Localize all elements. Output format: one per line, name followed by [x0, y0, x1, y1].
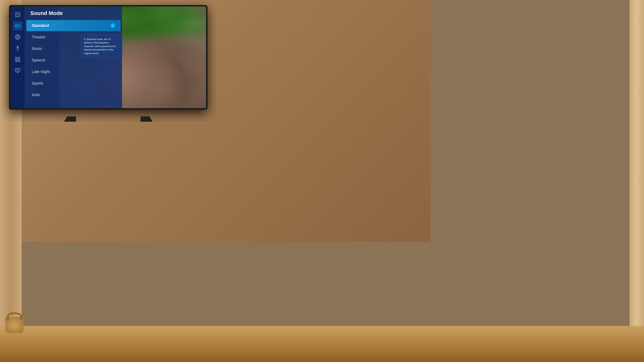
- check-icon: [110, 23, 115, 28]
- svg-rect-11: [18, 59, 20, 60]
- menu-item-sports-label: Sports: [32, 81, 43, 86]
- menu-item-speech-label: Speech: [32, 58, 45, 62]
- tv-frame: Sound Mode Standard Theatre: [9, 5, 208, 110]
- tooltip-text: In Standard mode, the TV delivers a flat…: [84, 38, 116, 55]
- tv-legs: [63, 116, 154, 122]
- svg-rect-14: [15, 68, 20, 72]
- menu-item-theatre-label: Theatre: [32, 35, 46, 39]
- menu-item-auto[interactable]: Auto: [26, 89, 120, 100]
- menu-item-music-label: Music: [32, 46, 42, 51]
- menu-item-late-night-label: Late Night: [32, 69, 50, 74]
- sidebar-item-accessibility[interactable]: [13, 44, 22, 53]
- sidebar-item-channels[interactable]: [13, 66, 22, 75]
- sidebar-item-network[interactable]: [13, 32, 22, 41]
- svg-rect-10: [16, 59, 17, 60]
- sidebar: [10, 6, 25, 108]
- tv-leg-right: [138, 116, 155, 122]
- svg-rect-12: [16, 61, 17, 62]
- svg-point-1: [16, 13, 17, 14]
- tv-brand-logo: Hisense: [103, 105, 114, 107]
- menu-item-sports[interactable]: Sports: [26, 78, 120, 89]
- svg-point-5: [17, 46, 18, 47]
- menu-title: Sound Mode: [25, 10, 122, 20]
- tv-leg-left: [62, 116, 79, 122]
- svg-rect-13: [18, 61, 20, 62]
- sidebar-item-picture[interactable]: [13, 10, 22, 19]
- svg-rect-8: [16, 57, 17, 58]
- tooltip-box: In Standard mode, the TV delivers a flat…: [81, 34, 122, 58]
- tv-screen: Sound Mode Standard Theatre: [10, 6, 206, 108]
- svg-line-7: [18, 47, 19, 49]
- svg-marker-2: [15, 24, 17, 27]
- svg-rect-9: [18, 57, 20, 58]
- sidebar-item-sound[interactable]: [13, 21, 22, 30]
- menu-list: Standard Theatre Music: [25, 20, 122, 105]
- menu-item-auto-label: Auto: [32, 92, 40, 97]
- svg-line-6: [16, 47, 17, 49]
- menu-item-standard-label: Standard: [32, 23, 49, 28]
- menu-item-late-night[interactable]: Late Night: [26, 66, 120, 77]
- tv-unit: Sound Mode Standard Theatre: [9, 5, 208, 117]
- menu-item-standard[interactable]: Standard: [26, 20, 120, 31]
- sidebar-item-apps[interactable]: [13, 55, 22, 64]
